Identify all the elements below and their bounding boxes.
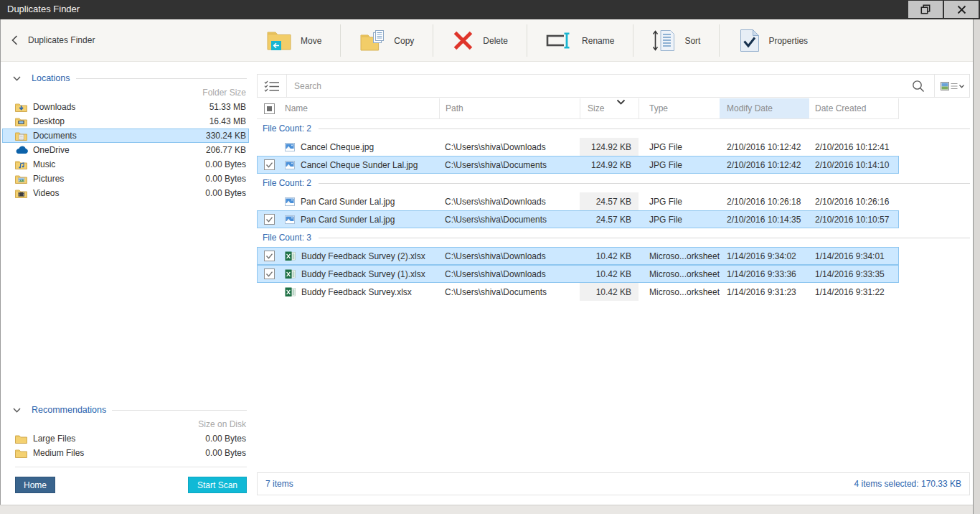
properties-button[interactable]: Properties	[720, 24, 826, 57]
divider	[319, 183, 970, 184]
column-header-name[interactable]: Name	[285, 98, 439, 119]
recommendations-section: Recommendations Size on Disk Large Files…	[1, 402, 256, 493]
file-type: Microso...orksheet	[644, 251, 720, 261]
modify-date: 2/10/2016 10:12:42	[720, 160, 809, 170]
table-row[interactable]: Cancel Cheque Sunder Lal.jpg C:\Users\sh…	[257, 156, 899, 174]
table-row[interactable]: Pan Card Sunder Lal.jpg C:\Users\shiva\D…	[257, 192, 899, 210]
modify-date: 1/14/2016 9:31:23	[720, 287, 809, 297]
search-icon	[912, 80, 925, 93]
checkbox-checked-icon	[264, 251, 275, 261]
file-path: C:\Users\shiva\Downloads	[439, 269, 580, 279]
file-count-label: File Count: 2	[263, 178, 311, 188]
copy-label: Copy	[394, 36, 414, 46]
sidebar-item-documents[interactable]: Documents 330.24 KB	[2, 128, 249, 143]
items-count: 7 items	[265, 479, 293, 489]
file-path: C:\Users\shiva\Documents	[439, 215, 580, 225]
table-row[interactable]: Cancel Cheque.jpg C:\Users\shiva\Downloa…	[257, 138, 899, 156]
file-size: 124.92 KB	[580, 156, 639, 174]
sidebar-item-desktop[interactable]: Desktop 16.43 MB	[2, 114, 249, 128]
videos-folder-icon	[15, 189, 29, 198]
file-name: Pan Card Sunder Lal.jpg	[301, 215, 395, 225]
back-chevron-icon	[11, 35, 18, 45]
sidebar-item-pictures[interactable]: Pictures 0.00 Bytes	[2, 172, 249, 186]
sidebar-item-music[interactable]: Music 0.00 Bytes	[2, 157, 249, 172]
date-created: 1/14/2016 9:34:01	[809, 251, 899, 261]
restore-button[interactable]	[908, 1, 943, 18]
sort-button[interactable]: Sort	[633, 24, 720, 57]
file-type: Microso...orksheet	[644, 287, 720, 297]
delete-label: Delete	[483, 36, 508, 46]
modify-date: 2/10/2016 10:12:42	[720, 142, 809, 152]
sidebar: Locations Folder Size Downloads 51.33 MB	[1, 62, 256, 505]
row-checkbox[interactable]	[257, 159, 285, 170]
column-header-size[interactable]: Size	[580, 98, 639, 119]
sidebar-item-videos[interactable]: Videos 0.00 Bytes	[2, 186, 249, 200]
downloads-folder-icon	[15, 103, 29, 112]
folder-size-header: Folder Size	[1, 86, 256, 100]
delete-button[interactable]: Delete	[433, 24, 527, 57]
move-button[interactable]: Move	[248, 24, 341, 57]
group-header: File Count: 2	[257, 174, 970, 192]
rename-label: Rename	[582, 36, 614, 46]
excel-file-icon	[285, 251, 296, 261]
row-checkbox[interactable]	[257, 214, 285, 225]
sidebar-item-large-files[interactable]: Large Files 0.00 Bytes	[2, 431, 249, 446]
modify-date: 1/14/2016 9:33:36	[720, 269, 809, 279]
row-checkbox[interactable]	[257, 251, 285, 261]
search-input[interactable]	[287, 81, 903, 91]
file-path: C:\Users\shiva\Downloads	[439, 197, 580, 207]
jpg-file-icon	[285, 143, 295, 151]
select-all-checkbox[interactable]	[257, 98, 285, 119]
toolbar: Duplicates Finder Move	[0, 19, 980, 62]
row-checkbox[interactable]	[257, 268, 285, 279]
file-size: 10.42 KB	[580, 265, 639, 283]
close-button[interactable]	[944, 1, 979, 18]
file-type: JPG File	[644, 197, 720, 207]
modify-date: 2/10/2016 10:26:18	[720, 197, 809, 207]
column-header-date-created[interactable]: Date Created	[809, 98, 899, 119]
date-created: 1/14/2016 9:31:22	[809, 287, 899, 297]
window-right-edge[interactable]	[973, 19, 980, 514]
excel-file-icon	[285, 269, 296, 279]
toolbar-buttons: Move Copy Delete	[248, 24, 826, 57]
selection-summary: 4 items selected: 170.33 KB	[854, 479, 961, 489]
column-header-type[interactable]: Type	[644, 98, 720, 119]
back-button[interactable]: Duplicates Finder	[11, 19, 95, 61]
divider	[15, 467, 247, 467]
properties-icon	[738, 29, 760, 52]
sort-descending-icon	[616, 99, 626, 105]
view-options-button[interactable]	[935, 75, 969, 97]
sidebar-item-onedrive[interactable]: OneDrive 206.77 KB	[2, 143, 249, 157]
file-name: Cancel Cheque.jpg	[301, 142, 374, 152]
file-count-label: File Count: 2	[263, 123, 311, 134]
table-row[interactable]: Pan Card Sunder Lal.jpg C:\Users\shiva\D…	[257, 210, 899, 228]
checklist-icon	[264, 80, 280, 93]
chevron-down-icon	[13, 408, 21, 413]
start-scan-button[interactable]: Start Scan	[188, 477, 247, 493]
restore-icon	[920, 4, 930, 14]
table-row[interactable]: Buddy Feedback Survey (1).xlsx C:\Users\…	[257, 265, 899, 283]
column-header-path[interactable]: Path	[439, 98, 580, 119]
file-size: 24.57 KB	[580, 192, 639, 210]
sidebar-item-medium-files[interactable]: Medium Files 0.00 Bytes	[2, 446, 249, 460]
sidebar-item-downloads[interactable]: Downloads 51.33 MB	[2, 100, 249, 114]
checkbox-checked-icon	[264, 268, 275, 279]
column-header-modify-date[interactable]: Modify Date	[720, 98, 809, 119]
window-bottom-edge[interactable]	[0, 505, 973, 514]
status-bar: 7 items 4 items selected: 170.33 KB	[257, 472, 970, 495]
file-name: Buddy Feedback Survey.xlsx	[301, 287, 412, 297]
jpg-file-icon	[285, 161, 295, 169]
file-type: Microso...orksheet	[644, 269, 720, 279]
view-options-icon	[941, 81, 964, 91]
recommendations-header[interactable]: Recommendations	[1, 402, 256, 418]
search-submit-button[interactable]	[903, 75, 934, 97]
main-panel: Name Path Size Type Modify Date Date Cre…	[257, 62, 970, 495]
table-row[interactable]: Buddy Feedback Survey (2).xlsx C:\Users\…	[257, 247, 899, 265]
copy-button[interactable]: Copy	[341, 24, 433, 57]
chevron-down-icon	[13, 76, 21, 81]
rename-button[interactable]: Rename	[527, 24, 633, 57]
locations-header[interactable]: Locations	[1, 70, 256, 86]
table-row[interactable]: Buddy Feedback Survey.xlsx C:\Users\shiv…	[257, 283, 899, 301]
home-button[interactable]: Home	[15, 477, 55, 493]
filter-list-button[interactable]	[258, 75, 286, 97]
